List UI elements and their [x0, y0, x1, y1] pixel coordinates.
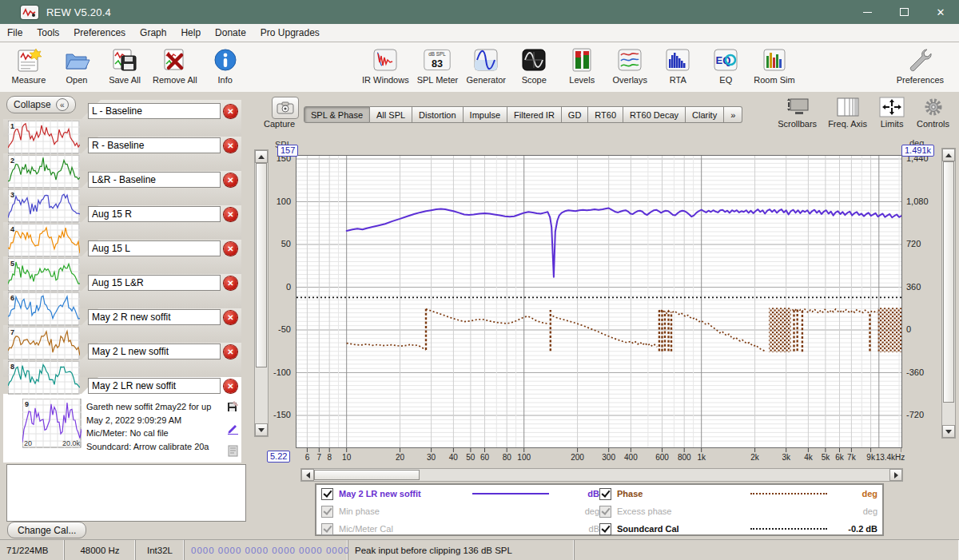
eq-button[interactable]: EQEQ — [702, 44, 750, 86]
graph-tabs: SPL & PhaseAll SPLDistortionImpulseFilte… — [304, 106, 742, 123]
levels-button[interactable]: 9Levels — [558, 44, 606, 86]
rta-button[interactable]: RTA — [654, 44, 702, 86]
legend-row-mic-meter-cal: Mic/Meter CaldB — [321, 520, 599, 538]
measurement-thumbnail[interactable]: 3 — [8, 189, 80, 223]
legend-line-sample — [472, 493, 549, 494]
legend-label: Phase — [617, 489, 745, 498]
graph-button-label: Scrollbars — [778, 119, 817, 129]
measurement-thumbnail[interactable]: 5 — [8, 258, 80, 292]
menu-item-donate[interactable]: Donate — [208, 26, 253, 40]
measurement-thumbnail[interactable]: 4 — [8, 224, 80, 257]
generator-button[interactable]: Generator — [462, 44, 510, 86]
measure-button[interactable]: Measure — [5, 44, 53, 86]
legend-line-sample — [750, 528, 827, 530]
menu-item-graph[interactable]: Graph — [133, 26, 173, 40]
toolbar-button-label: EQ — [719, 75, 732, 85]
x-axis-tick-label: 60 — [480, 453, 489, 462]
spl-meter-button[interactable]: dB SPL83SPL Meter — [413, 44, 463, 86]
left-vertical-scrollbar[interactable] — [254, 149, 269, 437]
x-axis-tick-label: 9k — [866, 453, 875, 462]
legend-row-soundcard-cal: Soundcard Cal-0.2 dB — [599, 520, 877, 538]
measurement-thumbnail[interactable]: 7 — [8, 327, 80, 360]
y-left-limit-box[interactable]: 157 — [277, 145, 298, 157]
x-axis-tick-label: 3k — [782, 453, 790, 462]
delete-measurement-button[interactable]: ✕ — [224, 105, 237, 118]
graph-tab-spl-phase[interactable]: SPL & Phase — [304, 106, 370, 123]
measurement-thumbnail[interactable]: 92020.0k — [22, 399, 82, 448]
overlays-button[interactable]: Overlays — [606, 44, 654, 86]
save-all-button[interactable]: Save All — [101, 44, 149, 86]
menu-item-pro-upgrades[interactable]: Pro Upgrades — [253, 26, 327, 40]
graph-tab--[interactable]: » — [724, 106, 742, 123]
measurement-date: May 2, 2022 9:09:29 AM — [86, 414, 221, 427]
minimize-button[interactable] — [849, 0, 885, 24]
menu-item-tools[interactable]: Tools — [30, 26, 66, 40]
scroll-down-button[interactable] — [942, 425, 955, 438]
spl-phase-chart[interactable] — [296, 156, 901, 447]
trace-edit-icon[interactable] — [227, 423, 239, 438]
svg-text:dB SPL: dB SPL — [429, 52, 447, 58]
freq-axis-button[interactable]: Freq. Axis — [825, 95, 870, 130]
menu-item-help[interactable]: Help — [173, 26, 208, 40]
legend-label: Soundcard Cal — [617, 524, 745, 534]
y-right-tick-label: 360 — [906, 282, 941, 292]
graph-tab-all-spl[interactable]: All SPL — [370, 106, 412, 123]
y-right-tick-label: -720 — [906, 410, 941, 419]
right-vertical-scrollbar[interactable] — [941, 148, 956, 439]
legend-checkbox[interactable] — [321, 488, 333, 500]
maximize-button[interactable] — [885, 0, 922, 24]
controls-button[interactable]: Controls — [913, 95, 953, 130]
legend-unit: deg — [833, 489, 877, 498]
remove-all-button[interactable]: Remove All — [149, 44, 201, 86]
graph-tab-rt60[interactable]: RT60 — [588, 106, 623, 123]
measurement-thumbnail[interactable]: 1 — [8, 121, 80, 154]
legend-checkbox — [599, 506, 611, 518]
menu-item-preferences[interactable]: Preferences — [66, 26, 133, 40]
left-scroll-thumb[interactable] — [256, 163, 267, 367]
graph-tab-clarity[interactable]: Clarity — [686, 106, 724, 123]
y-right-limit-box[interactable]: 1.491k — [901, 145, 934, 157]
scroll-left-button[interactable] — [301, 469, 314, 481]
scroll-down-button[interactable] — [255, 423, 268, 436]
graph-tab-filtered-ir[interactable]: Filtered IR — [507, 106, 562, 123]
collapse-button[interactable]: Collapse « — [6, 96, 76, 113]
graph-tab-impulse[interactable]: Impulse — [464, 106, 508, 123]
room-sim-button[interactable]: Room Sim — [750, 44, 798, 86]
scroll-right-button[interactable] — [889, 469, 902, 481]
horizontal-scroll-thumb[interactable] — [314, 470, 420, 480]
close-button[interactable]: ✕ — [922, 0, 959, 24]
preferences-button[interactable]: Preferences — [893, 44, 948, 86]
measurement-name-input[interactable] — [88, 103, 221, 119]
scroll-up-button[interactable] — [942, 149, 955, 161]
legend-checkbox — [321, 523, 333, 535]
graph-tab-gd[interactable]: GD — [562, 106, 589, 123]
legend-checkbox[interactable] — [599, 523, 611, 535]
scrollbars-icon — [784, 97, 811, 117]
memory-status: 71/224MB — [0, 540, 65, 560]
scope-button[interactable]: Scope — [510, 44, 558, 86]
measurement-info: Gareth new soffit 2may22 for upMay 2, 20… — [86, 400, 221, 453]
scrollbars-button[interactable]: Scrollbars — [774, 95, 820, 130]
graph-tab-distortion[interactable]: Distortion — [412, 106, 463, 123]
measurement-thumbnail[interactable]: 6 — [8, 292, 80, 326]
ir-windows-button[interactable]: IR Windows — [358, 44, 413, 86]
right-scroll-thumb[interactable] — [943, 161, 954, 403]
limits-button[interactable]: Limits — [875, 95, 909, 130]
measurement-thumbnail[interactable]: 2 — [8, 155, 80, 189]
notes-icon[interactable] — [227, 445, 239, 460]
save-measurement-icon[interactable] — [227, 400, 239, 415]
graph-tab-rt60-decay[interactable]: RT60 Decay — [623, 106, 686, 123]
menu-item-file[interactable]: File — [0, 26, 30, 40]
capture-button[interactable] — [272, 97, 299, 119]
info-button[interactable]: Info — [201, 44, 249, 86]
horizontal-scrollbar[interactable] — [300, 468, 903, 482]
svg-text:4: 4 — [10, 225, 14, 233]
change-cal-button[interactable]: Change Cal... — [7, 522, 86, 538]
measurement-thumbnail[interactable]: 8 — [8, 361, 80, 395]
x-min-limit-box[interactable]: 5.22 — [267, 451, 290, 463]
legend-checkbox[interactable] — [599, 488, 611, 500]
svg-text:7: 7 — [10, 328, 14, 336]
open-button[interactable]: Open — [53, 44, 101, 86]
svg-text:1: 1 — [10, 122, 14, 130]
rew-window: REW V5.20.4 ✕ FileToolsPreferencesGraphH… — [0, 0, 959, 560]
